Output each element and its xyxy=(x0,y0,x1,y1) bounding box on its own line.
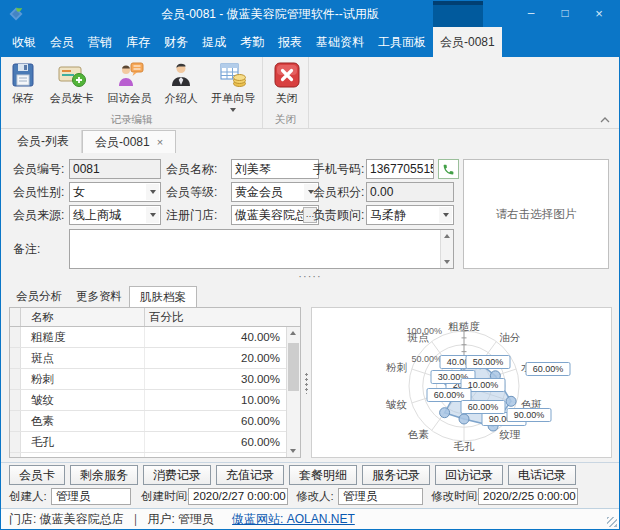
vertical-splitter[interactable] xyxy=(302,307,310,458)
menu-marketing[interactable]: 营销 xyxy=(81,27,119,57)
scroll-up-icon[interactable] xyxy=(444,234,450,238)
tab-member-analysis[interactable]: 会员分析 xyxy=(9,286,69,307)
modifier-field: 管理员 xyxy=(338,488,423,505)
source-dropdown-icon[interactable] xyxy=(146,207,159,223)
cell-value: 40.00% xyxy=(145,327,300,347)
status-store: 门店: 傲蓝美容院总店 xyxy=(9,511,124,528)
status-divider: ｜ xyxy=(130,511,142,528)
scroll-down-icon[interactable] xyxy=(444,260,450,264)
member-photo-placeholder[interactable]: 请右击选择图片 xyxy=(463,159,609,269)
column-header-name[interactable]: 名称 xyxy=(21,308,145,326)
remark-scrollbar[interactable] xyxy=(440,230,453,268)
remaining-services-button[interactable]: 剩余服务 xyxy=(70,465,138,485)
menu-commission[interactable]: 提成 xyxy=(195,27,233,57)
table-row[interactable]: 毛孔 60.00% xyxy=(10,432,300,453)
skin-radar-chart: 50.00%100.00%粗糙度油分水分色斑纹理毛孔色素皱纹粉刺斑点20.00%… xyxy=(312,308,611,458)
introducer-button[interactable]: 介绍人 xyxy=(158,57,204,113)
menu-inventory[interactable]: 库存 xyxy=(119,27,157,57)
titlebar-shadow-artifact xyxy=(433,1,483,27)
menu-reports[interactable]: 报表 xyxy=(271,27,309,57)
points-field[interactable]: 0.00 xyxy=(366,182,454,202)
svg-text:50.00%: 50.00% xyxy=(473,357,504,367)
consumption-records-button[interactable]: 消费记录 xyxy=(143,465,211,485)
cell-name: 粗糙度 xyxy=(21,327,145,347)
cell-name: 粉刺 xyxy=(21,369,145,389)
cell-value: 10.00% xyxy=(145,390,300,410)
remark-textarea[interactable] xyxy=(69,229,454,269)
member-name-field[interactable]: 刘美琴 xyxy=(231,159,319,179)
store-field[interactable]: 傲蓝美容院总店 … xyxy=(231,205,319,225)
advisor-select[interactable]: 马柔静 xyxy=(366,205,454,225)
table-row[interactable]: 粗糙度 40.00% xyxy=(10,327,300,348)
minimize-button[interactable]: – xyxy=(515,1,547,27)
menu-attendance[interactable]: 考勤 xyxy=(233,27,271,57)
scroll-up-icon[interactable] xyxy=(290,331,296,335)
resize-grip[interactable] xyxy=(607,517,617,527)
website-link[interactable]: 傲蓝网站: AOLAN.NET xyxy=(232,511,355,528)
menu-basic-data[interactable]: 基础资料 xyxy=(309,27,371,57)
tab-member-0081[interactable]: 会员-0081× xyxy=(82,130,176,153)
package-details-button[interactable]: 套餐明细 xyxy=(289,465,357,485)
member-name-label: 会员名称: xyxy=(166,159,217,179)
billing-wizard-button[interactable]: 开单向导 xyxy=(204,57,262,113)
maximize-button[interactable]: □ xyxy=(549,1,581,27)
gender-dropdown-icon[interactable] xyxy=(146,184,159,200)
tab-member-list[interactable]: 会员-列表 xyxy=(5,130,82,153)
scroll-down-icon[interactable] xyxy=(290,449,296,453)
menu-tool-panel[interactable]: 工具面板 xyxy=(371,27,433,57)
gender-select[interactable]: 女 xyxy=(69,182,161,202)
gender-label: 会员性别: xyxy=(13,182,64,202)
ribbon-toolbar: 保存 会员发卡 xyxy=(1,57,619,129)
advisor-dropdown-icon[interactable] xyxy=(439,207,452,223)
tab-close-icon[interactable]: × xyxy=(157,136,163,148)
source-select[interactable]: 线上商城 xyxy=(69,205,161,225)
table-row[interactable]: 斑点 20.00% xyxy=(10,348,300,369)
svg-text:粗糙度: 粗糙度 xyxy=(448,320,480,332)
menu-tab-member-0081[interactable]: 会员-0081 xyxy=(433,27,502,57)
ribbon-tab-bar: 收银 会员 营销 库存 财务 提成 考勤 报表 基础资料 工具面板 会员-008… xyxy=(1,27,619,57)
cell-value: 60.00% xyxy=(145,411,300,431)
svg-text:60.00%: 60.00% xyxy=(468,402,499,412)
close-record-button[interactable]: 关闭 xyxy=(267,57,307,113)
menu-member[interactable]: 会员 xyxy=(43,27,81,57)
column-header-percentage[interactable]: 百分比 xyxy=(145,308,300,326)
call-records-button[interactable]: 电话记录 xyxy=(508,465,576,485)
table-row[interactable]: 色素 60.00% xyxy=(10,411,300,432)
member-card-button[interactable]: 会员卡 xyxy=(9,465,65,485)
menu-finance[interactable]: 财务 xyxy=(157,27,195,57)
tab-more-info[interactable]: 更多资料 xyxy=(69,286,129,307)
recharge-records-button[interactable]: 充值记录 xyxy=(216,465,284,485)
issue-card-button[interactable]: 会员发卡 xyxy=(43,57,101,113)
table-row[interactable]: 纹理 90.00% xyxy=(10,453,300,458)
svg-text:50.00%: 50.00% xyxy=(411,354,442,364)
tab-skin-record[interactable]: 肌肤档案 xyxy=(129,286,197,307)
table-header: 名称 百分比 xyxy=(10,308,300,327)
table-row[interactable]: 皱纹 10.00% xyxy=(10,390,300,411)
member-no-field[interactable]: 0081 xyxy=(69,159,161,179)
table-scrollbar[interactable] xyxy=(286,327,300,457)
save-button[interactable]: 保存 xyxy=(3,57,43,113)
scrollbar-thumb[interactable] xyxy=(288,343,299,391)
close-window-button[interactable]: × xyxy=(583,1,615,27)
mobile-field[interactable]: 13677055153 xyxy=(366,159,434,179)
collapse-ribbon-icon[interactable] xyxy=(599,115,611,125)
photo-placeholder-text: 请右击选择图片 xyxy=(496,207,577,222)
service-records-button[interactable]: 服务记录 xyxy=(362,465,430,485)
svg-text:60.00%: 60.00% xyxy=(434,390,465,400)
cell-value: 90.00% xyxy=(145,453,300,458)
horizontal-splitter[interactable]: ····· xyxy=(1,271,619,284)
call-button[interactable] xyxy=(438,159,459,179)
cell-name: 斑点 xyxy=(21,348,145,368)
cell-value: 30.00% xyxy=(145,369,300,389)
close-record-label: 关闭 xyxy=(276,91,298,106)
introducer-label: 介绍人 xyxy=(165,91,198,106)
ribbon-group-label-close: 关闭 xyxy=(263,113,308,127)
table-row[interactable]: 粉刺 30.00% xyxy=(10,369,300,390)
level-select[interactable]: 黄金会员 xyxy=(231,182,319,202)
modified-time-field: 2020/2/25 0:00:00 xyxy=(478,488,578,505)
revisit-member-button[interactable]: 回访会员 xyxy=(101,57,159,113)
menu-cashier[interactable]: 收银 xyxy=(5,27,43,57)
creator-field: 管理员 xyxy=(51,488,131,505)
revisit-records-button[interactable]: 回访记录 xyxy=(435,465,503,485)
svg-text:皱纹: 皱纹 xyxy=(385,398,408,410)
